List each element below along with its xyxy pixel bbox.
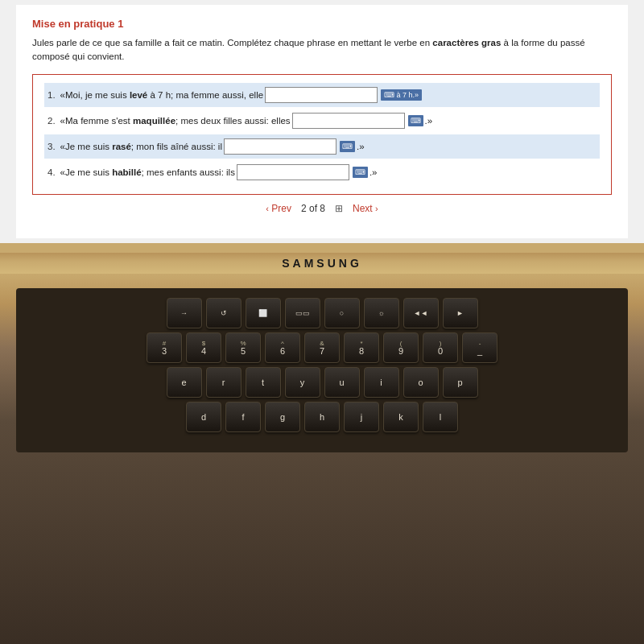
key-r[interactable]: r	[206, 367, 242, 398]
prev-button[interactable]: ‹ Prev	[266, 203, 291, 214]
key-h[interactable]: h	[304, 402, 340, 432]
key-3[interactable]: # 3	[147, 332, 182, 363]
key-back[interactable]: →	[167, 298, 202, 328]
page-current: 2	[301, 203, 307, 214]
item-text-2a: «Ma femme s'est maquillée; mes deux fill…	[60, 116, 291, 126]
exercise-item-3: 3. «Je me suis rasé; mon fils aîné aussi…	[44, 134, 600, 159]
key-o[interactable]: o	[403, 367, 439, 398]
exercise-box: 1. «Moi, je me suis levé à 7 h; ma femme…	[32, 74, 612, 195]
pagination: ‹ Prev 2 of 8 ⊞ Next ›	[32, 203, 612, 214]
key-4[interactable]: $ 4	[186, 332, 221, 363]
item-text-4a: «Je me suis habillé; mes enfants aussi: …	[60, 167, 235, 177]
key-5[interactable]: % 5	[225, 332, 261, 363]
instructions: Jules parle de ce que sa famille a fait …	[32, 36, 612, 64]
item-text-3a: «Je me suis rasé; mon fils aîné aussi: i…	[60, 142, 222, 151]
item-number-4: 4.	[47, 167, 56, 177]
keyboard-area: → ↺ ⬜ ▭▭ ○ ☼ ◄◄ ► # 3 $ 4 % 5 ^	[0, 274, 644, 644]
item-text-4b: .»	[369, 167, 378, 177]
key-e[interactable]: e	[167, 367, 202, 398]
key-j[interactable]: j	[344, 402, 379, 432]
key-row-d: d f g h j k l	[23, 402, 621, 432]
next-button[interactable]: Next ›	[353, 203, 378, 214]
key-row-fn: → ↺ ⬜ ▭▭ ○ ☼ ◄◄ ►	[23, 298, 621, 328]
answer-input-4[interactable]	[237, 164, 349, 180]
answer-input-1[interactable]	[265, 87, 378, 103]
item-number-1: 1.	[47, 90, 56, 100]
key-y[interactable]: y	[285, 367, 320, 398]
key-u[interactable]: u	[324, 367, 360, 398]
item-text-2b: .»	[425, 116, 433, 126]
key-7[interactable]: & 7	[304, 332, 340, 363]
key-8[interactable]: * 8	[344, 332, 379, 363]
grid-icon[interactable]: ⊞	[335, 203, 343, 214]
page-info: 2 of 8	[301, 203, 325, 214]
key-0[interactable]: ) 0	[423, 332, 458, 363]
key-vol-up[interactable]: ►	[443, 298, 478, 328]
keyboard-inner: → ↺ ⬜ ▭▭ ○ ☼ ◄◄ ► # 3 $ 4 % 5 ^	[16, 288, 628, 452]
key-k[interactable]: k	[383, 402, 419, 432]
item-number-3: 3.	[47, 142, 56, 151]
key-d[interactable]: d	[186, 402, 221, 432]
chevron-right-icon: ›	[375, 204, 378, 213]
key-9[interactable]: ( 9	[383, 332, 419, 363]
item-text-1a: «Moi, je me suis levé à 7 h; ma femme au…	[60, 90, 263, 100]
key-i[interactable]: i	[364, 367, 399, 398]
key-vol-down[interactable]: ◄◄	[403, 298, 439, 328]
keyboard-icon-4[interactable]: ⌨	[353, 167, 368, 178]
laptop-screen: Mise en pratique 1 Jules parle de ce que…	[0, 0, 644, 258]
section-title: Mise en pratique 1	[32, 18, 612, 30]
exercise-item-4: 4. «Je me suis habillé; mes enfants auss…	[44, 160, 600, 184]
key-window[interactable]: ⬜	[246, 298, 281, 328]
key-f[interactable]: f	[225, 402, 261, 432]
exercise-item-2: 2. «Ma femme s'est maquillée; mes deux f…	[44, 109, 600, 133]
key-p[interactable]: p	[443, 367, 478, 398]
keyboard-icon-3[interactable]: ⌨	[340, 141, 355, 152]
page-total: 8	[320, 203, 325, 214]
laptop-bezel: SAMSUNG	[0, 253, 644, 274]
answer-input-2[interactable]	[292, 113, 405, 129]
item-text-3b: .»	[357, 142, 365, 151]
key-6[interactable]: ^ 6	[265, 332, 300, 363]
key-g[interactable]: g	[265, 402, 300, 432]
key-t[interactable]: t	[246, 367, 281, 398]
keyboard-icon-2[interactable]: ⌨	[408, 115, 423, 126]
key-row-e: e r t y u i o p	[23, 367, 621, 398]
keyboard-icon-1[interactable]: ⌨ à 7 h.»	[381, 89, 422, 101]
key-l[interactable]: l	[423, 402, 458, 432]
chevron-left-icon: ‹	[266, 204, 269, 213]
answer-input-3[interactable]	[224, 138, 336, 155]
browser-content: Mise en pratique 1 Jules parle de ce que…	[16, 5, 628, 238]
item-number-2: 2.	[47, 116, 56, 126]
exercise-item-1: 1. «Moi, je me suis levé à 7 h; ma femme…	[44, 83, 600, 107]
key-row-numbers: # 3 $ 4 % 5 ^ 6 & 7 * 8	[23, 332, 621, 363]
prev-label[interactable]: Prev	[271, 203, 291, 214]
key-minus[interactable]: - _	[462, 332, 497, 363]
key-refresh[interactable]: ↺	[206, 298, 242, 328]
key-brightness[interactable]: ☼	[364, 298, 399, 328]
key-fullscreen[interactable]: ▭▭	[285, 298, 320, 328]
samsung-logo: SAMSUNG	[282, 257, 362, 270]
next-label[interactable]: Next	[353, 203, 373, 214]
key-circle[interactable]: ○	[324, 298, 360, 328]
